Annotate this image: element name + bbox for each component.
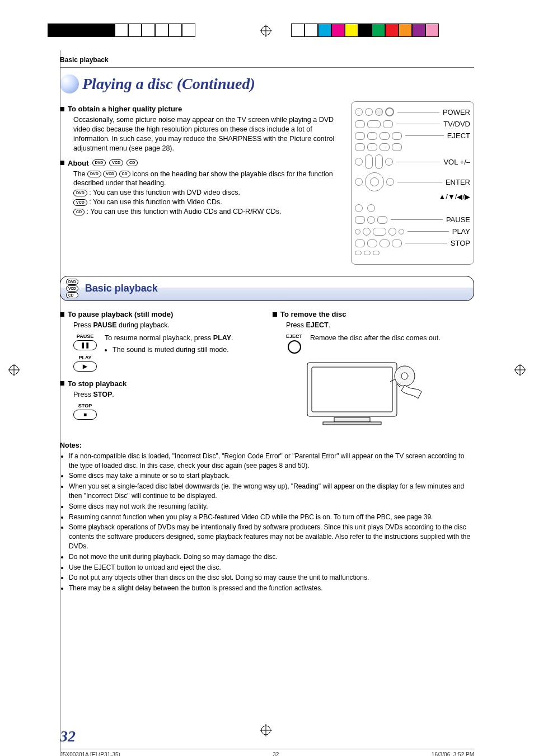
heading-higher-quality: To obtain a higher quality picture (60, 105, 340, 113)
stop-press-line: Press STOP. (73, 390, 261, 400)
body-about-discs: The DVD VCD CD icons on the heading bar … (73, 170, 340, 217)
remote-label-eject: EJECT (447, 132, 470, 140)
heading-text: To obtain a higher quality picture (68, 105, 182, 113)
remote-diagram: POWER TV/DVD EJECT VOL +/– ENTER ▲/▼/◀/▶… (351, 101, 474, 265)
heading-stop: To stop playback (60, 379, 261, 388)
remote-label-pause: PAUSE (446, 215, 470, 224)
footer-left: J5X00301A [E] (P31-35) (60, 752, 120, 756)
remote-label-play: PLAY (452, 227, 470, 236)
color-swatches (291, 24, 439, 37)
remote-label-arrows: ▲/▼/◀/▶ (438, 192, 470, 201)
note-item: Some discs may take a minute or so to st… (69, 471, 474, 481)
svg-rect-11 (334, 417, 370, 422)
dvd-oval-icon: DVD (87, 171, 101, 177)
print-marks-top (0, 0, 534, 50)
note-item: If a non-compatible disc is loaded, "Inc… (69, 452, 474, 471)
page-title: Playing a disc (Continued) (82, 75, 255, 93)
footer-mid: 32 (273, 752, 279, 756)
vcd-oval-icon: VCD (73, 199, 87, 206)
disc-stack-icon: DVD VCD CD (66, 279, 78, 298)
note-item: Use the EJECT button to unload and eject… (69, 563, 474, 572)
section-bar: DVD VCD CD Basic playback (60, 276, 474, 301)
note-item: Some discs may not work the resuming fac… (69, 502, 474, 511)
stop-button-icon: STOP ■ (73, 403, 97, 420)
cd-oval-icon: CD (73, 209, 85, 215)
title-row: Playing a disc (Continued) (60, 74, 474, 93)
pause-press-line: Press PAUSE during playback. (73, 321, 261, 330)
vcd-oval-icon: VCD (103, 171, 117, 177)
svg-point-14 (401, 373, 408, 379)
cd-oval-icon: CD (127, 159, 138, 166)
notes-list: If a non-compatible disc is loaded, "Inc… (60, 452, 474, 593)
registration-mark-bottom (260, 724, 272, 736)
section-title: Basic playback (85, 283, 158, 294)
note-item: Do not move the unit during playback. Do… (69, 552, 474, 562)
eject-button-icon: EJECT (286, 334, 302, 354)
page-content: Basic playback Playing a disc (Continued… (60, 50, 474, 756)
dvd-oval-icon: DVD (73, 190, 87, 196)
note-item: Some playback operations of DVDs may be … (69, 523, 474, 551)
note-item: When you set a single-faced disc label d… (69, 482, 474, 501)
heading-remove: To remove the disc (273, 310, 474, 318)
heading-pause: To pause playback (still mode) (60, 310, 261, 318)
play-button-icon: PLAY ▶ (73, 355, 97, 372)
cd-oval-icon: CD (119, 171, 130, 177)
remote-label-power: POWER (443, 108, 470, 116)
dvd-oval-icon: DVD (92, 159, 106, 166)
registration-mark-right (514, 364, 526, 376)
remote-label-stop: STOP (451, 239, 470, 247)
notes-heading: Notes: (60, 442, 474, 449)
pause-resume-text: To resume normal playback, press PLAY. (105, 334, 233, 343)
pause-button-icon: PAUSE ❚❚ (73, 334, 97, 350)
remote-label-vol: VOL +/– (443, 158, 470, 166)
remove-text: Remove the disc after the disc comes out… (310, 334, 441, 343)
svg-rect-12 (323, 422, 381, 425)
left-margin-rule (60, 50, 60, 756)
note-item: Do not put any objects other than discs … (69, 573, 474, 583)
body-higher-quality: Occasionally, some picture noise may app… (73, 115, 340, 153)
registration-mark-left (8, 364, 20, 376)
remote-label-enter: ENTER (446, 178, 470, 186)
footer: J5X00301A [E] (P31-35) 32 16/3/06, 3:52 … (60, 749, 474, 756)
tv-illustration (306, 359, 474, 428)
heading-about-discs: About DVD VCD CD (60, 159, 340, 167)
svg-rect-10 (312, 367, 392, 412)
pause-note: The sound is muted during still mode. (113, 345, 233, 355)
vcd-oval-icon: VCD (109, 159, 123, 166)
heading-about-prefix: About (68, 159, 89, 167)
note-item: Resuming cannot function when you play a… (69, 513, 474, 522)
black-swatches (48, 24, 195, 37)
remove-press-line: Press EJECT. (286, 321, 474, 330)
breadcrumb: Basic playback (60, 50, 474, 68)
remote-label-tvdvd: TV/DVD (443, 120, 470, 128)
note-item: There may be a slight delay between the … (69, 584, 474, 593)
registration-mark-top (260, 25, 272, 37)
footer-right: 16/3/06, 3:52 PM (432, 752, 474, 756)
sphere-icon (60, 74, 79, 93)
